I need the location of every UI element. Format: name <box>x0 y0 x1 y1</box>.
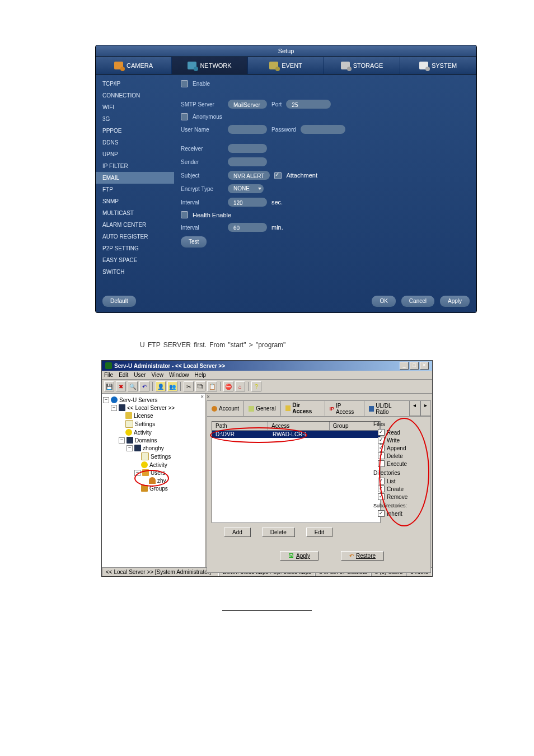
toolbar-home-icon[interactable]: ⌂ <box>235 381 245 391</box>
tab-network[interactable]: NETWORK <box>172 57 248 74</box>
sidebar-item-pppoe[interactable]: PPPOE <box>96 125 174 137</box>
servu-window: Serv-U Administrator - << Local Server >… <box>101 360 433 577</box>
cancel-button[interactable]: Cancel <box>401 296 434 307</box>
menu-view[interactable]: View <box>151 372 163 378</box>
toolbar-help-icon[interactable]: ? <box>251 381 261 391</box>
apply-label: Apply <box>296 553 310 559</box>
sidebar-item-autoregister[interactable]: AUTO REGISTER <box>96 231 174 242</box>
expand-icon[interactable]: − <box>111 405 117 411</box>
tree-local[interactable]: << Local Server >> <box>127 405 175 411</box>
default-button[interactable]: Default <box>102 296 136 307</box>
tree-dsettings[interactable]: Settings <box>151 454 171 460</box>
col-group[interactable]: Group <box>330 422 380 430</box>
enable-label: Enable <box>193 81 210 87</box>
tree-dactivity[interactable]: Activity <box>149 462 167 468</box>
menu-window[interactable]: Window <box>169 372 189 378</box>
menu-file[interactable]: File <box>104 372 113 378</box>
port-input[interactable]: 25 <box>286 100 331 109</box>
edit-button[interactable]: Edit <box>306 528 332 537</box>
restore-button[interactable]: ↶Restore <box>341 551 384 561</box>
expand-icon[interactable]: − <box>127 445 133 451</box>
sidebar-item-alarmcenter[interactable]: ALARM CENTER <box>96 219 174 231</box>
inherit-checkbox[interactable]: ✓ <box>378 510 385 517</box>
menu-help[interactable]: Help <box>195 372 207 378</box>
sidebar-item-upnp[interactable]: UPNP <box>96 148 174 160</box>
sidebar-item-easyspace[interactable]: EASY SPACE <box>96 254 174 266</box>
toolbar-save-icon[interactable]: 💾 <box>104 381 114 391</box>
tab-system[interactable]: SYSTEM <box>400 57 476 74</box>
minimize-button[interactable]: _ <box>400 362 409 370</box>
tree-root[interactable]: Serv-U Servers <box>119 397 157 403</box>
tab-general[interactable]: General <box>243 400 281 416</box>
pane-close-icon[interactable]: × <box>207 394 210 400</box>
interval1-input[interactable]: 120 <box>228 198 267 207</box>
interval2-input[interactable]: 60 <box>228 223 267 232</box>
ok-button[interactable]: OK <box>372 296 395 307</box>
expand-icon[interactable]: − <box>103 397 109 403</box>
tab-storage[interactable]: STORAGE <box>324 57 400 74</box>
domains-icon <box>127 437 133 444</box>
tab-account[interactable]: Account <box>207 400 244 416</box>
apply-button[interactable]: Apply <box>440 296 470 307</box>
sidebar-item-ipfilter[interactable]: IP FILTER <box>96 160 174 172</box>
sidebar-item-tcpip[interactable]: TCP/IP <box>96 78 174 90</box>
sidebar-item-snmp[interactable]: SNMP <box>96 195 174 207</box>
delete-button[interactable]: Delete <box>262 528 295 537</box>
sidebar-item-email[interactable]: EMAIL <box>96 172 174 184</box>
sidebar-item-multicast[interactable]: MULTICAST <box>96 207 174 219</box>
username-input[interactable] <box>228 125 267 134</box>
maximize-button[interactable]: □ <box>410 362 419 370</box>
sidebar-item-connection[interactable]: CONNECTION <box>96 90 174 101</box>
toolbar-cut-icon[interactable]: ✂ <box>184 381 194 391</box>
password-input[interactable] <box>301 125 345 134</box>
sidebar-item-ddns[interactable]: DDNS <box>96 137 174 148</box>
receiver-input[interactable] <box>228 144 267 153</box>
tab-event[interactable]: EVENT <box>248 57 324 74</box>
health-checkbox[interactable] <box>181 211 188 218</box>
toolbar-newgroup-icon[interactable]: 👥 <box>167 381 177 391</box>
sender-input[interactable] <box>228 157 267 166</box>
expand-icon[interactable]: − <box>119 437 125 444</box>
toolbar-newuser-icon[interactable]: 👤 <box>156 381 166 391</box>
apply-button[interactable]: 🖫Apply <box>280 551 318 561</box>
tab-scroll-right[interactable]: ▸ <box>420 400 431 416</box>
menu-edit[interactable]: Edit <box>119 372 128 378</box>
toolbar-delete-icon[interactable]: ✖ <box>116 381 126 391</box>
test-button[interactable]: Test <box>181 236 207 248</box>
setup-window: Setup CAMERA NETWORK EVENT STORAGE SYSTE… <box>95 45 477 313</box>
read-checkbox[interactable]: ✓ <box>378 429 385 436</box>
enable-checkbox[interactable] <box>181 80 188 87</box>
toolbar-stop-icon[interactable]: ⛔ <box>223 381 233 391</box>
tree-domains[interactable]: Domains <box>135 437 157 444</box>
interval2-label: Interval <box>181 225 223 231</box>
server-root-icon <box>111 396 118 403</box>
add-button[interactable]: Add <box>224 528 251 537</box>
subject-input[interactable]: NVR ALERT <box>228 171 270 180</box>
tree-domain[interactable]: zhonghy <box>143 445 164 451</box>
tab-ipaccess[interactable]: IPIP Access <box>325 400 364 416</box>
attachment-checkbox[interactable] <box>274 172 282 179</box>
tab-scroll-left[interactable]: ◂ <box>409 400 420 416</box>
sidebar-item-ftp[interactable]: FTP <box>96 184 174 195</box>
anonymous-checkbox[interactable] <box>181 113 188 120</box>
sidebar-item-wifi[interactable]: WIFI <box>96 101 174 113</box>
tree-activity[interactable]: Activity <box>134 430 152 436</box>
toolbar-undo-icon[interactable]: ↶ <box>139 381 149 391</box>
tab-diraccess[interactable]: Dir Access <box>280 400 325 416</box>
smtp-input[interactable]: MailServer <box>228 100 267 109</box>
encrypt-select[interactable]: NONE <box>228 184 264 193</box>
sidebar-item-switch[interactable]: SWITCH <box>96 266 174 278</box>
tree-close-icon[interactable]: × <box>200 394 204 400</box>
setup-footer: Default OK Cancel Apply <box>96 290 476 312</box>
sidebar-item-p2p[interactable]: P2P SETTING <box>96 242 174 254</box>
tab-ratio[interactable]: UL/DL Ratio <box>364 400 410 416</box>
tree-settings[interactable]: Settings <box>135 421 155 427</box>
sidebar-item-3g[interactable]: 3G <box>96 113 174 125</box>
toolbar-copy-icon[interactable]: ⿻ <box>195 381 205 391</box>
tree-license[interactable]: License <box>134 413 153 419</box>
close-button[interactable]: ✕ <box>420 362 429 370</box>
toolbar-paste-icon[interactable]: 📋 <box>207 381 217 391</box>
menu-user[interactable]: User <box>134 372 146 378</box>
toolbar-find-icon[interactable]: 🔍 <box>128 381 138 391</box>
tab-camera[interactable]: CAMERA <box>96 57 172 74</box>
